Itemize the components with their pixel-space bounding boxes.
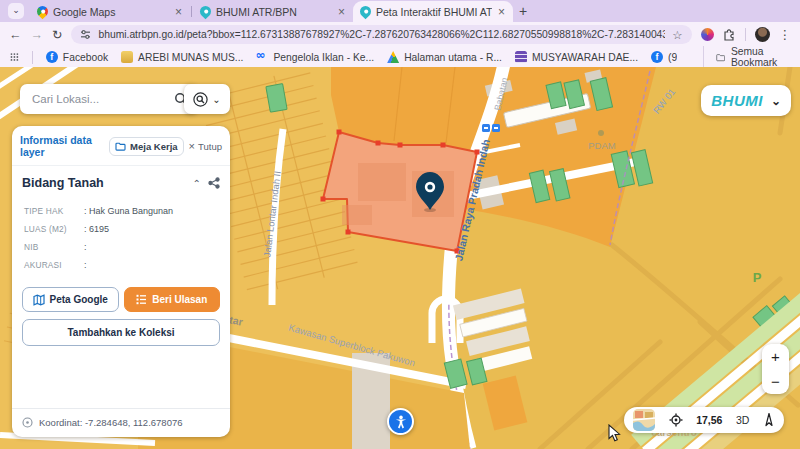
google-maps-pin-favicon — [35, 4, 51, 20]
url-text: bhumi.atrbpn.go.id/peta?bbox=112.6731388… — [98, 29, 665, 40]
tab-search-button[interactable]: ⌄ — [8, 3, 24, 19]
advanced-search-icon — [193, 92, 208, 107]
coordinate-readout: Koordinat: -7.284648, 112.678076 — [12, 408, 230, 437]
facebook-icon — [46, 51, 58, 63]
meta-icon — [256, 51, 268, 63]
arebi-icon — [121, 51, 133, 63]
mode-3d-button[interactable]: 3D — [736, 414, 749, 426]
browser-window: ⌄ Google Maps×BHUMI ATR/BPN×Peta Interak… — [0, 0, 800, 449]
all-bookmarks-button[interactable]: Semua Bookmark — [703, 46, 790, 68]
profile-avatar[interactable] — [755, 27, 770, 42]
bookmark-label: Facebook — [63, 52, 108, 63]
address-bar[interactable]: bhumi.atrbpn.go.id/peta?bbox=112.6731388… — [71, 25, 691, 44]
tab-title: Google Maps — [53, 6, 169, 18]
field-value: : Hak Guna Bangunan — [84, 206, 218, 216]
bookmarks-separator — [32, 51, 33, 64]
coordinate-text: Koordinat: -7.284648, 112.678076 — [39, 417, 183, 428]
field-row: AKURASI: — [24, 260, 218, 270]
beri-ulasan-button[interactable]: Beri Ulasan — [124, 287, 221, 312]
mouse-cursor — [608, 424, 621, 442]
close-label: Tutup — [198, 141, 222, 152]
advanced-search-chevron-icon: ⌄ — [212, 94, 220, 105]
field-label: TIPE HAK — [24, 206, 84, 216]
close-panel-button[interactable]: × Tutup — [189, 140, 222, 152]
reload-button[interactable]: ↻ — [52, 27, 62, 42]
layer-info-panel: Informasi data layer Meja Kerja × Tutup … — [12, 126, 230, 437]
map-bottom-bar: 17,56 3D — [624, 407, 784, 433]
share-icon[interactable] — [208, 177, 220, 189]
field-row: TIPE HAK: Hak Guna Bangunan — [24, 206, 218, 216]
tab-strip: ⌄ Google Maps×BHUMI ATR/BPN×Peta Interak… — [0, 0, 800, 22]
location-search-box[interactable] — [20, 84, 198, 114]
review-list-icon — [136, 294, 147, 305]
close-tab-icon[interactable]: × — [337, 5, 346, 19]
map-page: Jalan Lontar Indah IIJalan Raya Pradah I… — [0, 67, 800, 449]
bookmark-item[interactable]: AREBI MUNAS MUS... — [121, 51, 243, 63]
bookmark-item[interactable]: Facebook — [46, 51, 108, 63]
field-row: NIB: — [24, 242, 218, 252]
bhumi-logo-button[interactable]: BHUMI ⌄ — [701, 85, 791, 116]
bookmark-label: AREBI MUNAS MUS... — [138, 52, 243, 63]
site-info-icon[interactable] — [80, 29, 91, 40]
field-value: : — [84, 242, 218, 252]
back-button[interactable]: ← — [9, 28, 22, 42]
close-tab-icon[interactable]: × — [174, 5, 183, 19]
bhumi-logo: BHUMI — [711, 92, 763, 109]
browser-tab[interactable]: BHUMI ATR/BPN× — [193, 1, 353, 22]
browser-toolbar: ← → ↻ bhumi.atrbpn.go.id/peta?bbox=112.6… — [0, 22, 800, 47]
bookmark-item[interactable]: (9) Bisnis Properti Ja... — [651, 51, 677, 63]
bhumi-pin-favicon — [198, 4, 214, 20]
zoom-level-value[interactable]: 17,56 — [696, 414, 722, 426]
browser-tab[interactable]: Peta Interaktif BHUMI ATR/BPN× — [353, 1, 513, 22]
tab-title: BHUMI ATR/BPN — [216, 6, 332, 18]
close-tab-icon[interactable]: × — [497, 5, 506, 19]
accessibility-person-icon — [394, 415, 408, 429]
zoom-in-button[interactable]: + — [762, 344, 789, 369]
advanced-search-button[interactable]: ⌄ — [184, 84, 230, 114]
tab-separator — [191, 6, 192, 17]
browser-tab[interactable]: Google Maps× — [30, 1, 190, 22]
field-label: AKURASI — [24, 260, 84, 270]
field-value: : 6195 — [84, 224, 218, 234]
field-value: : — [84, 260, 218, 270]
meja-kerja-button[interactable]: Meja Kerja — [109, 137, 184, 156]
extensions-puzzle-icon[interactable] — [723, 28, 736, 41]
bookmark-item[interactable]: MUSYAWARAH DAE... — [515, 51, 638, 63]
bookmark-label: (9) Bisnis Properti Ja... — [668, 52, 677, 63]
browser-menu-button[interactable]: ⋮ — [779, 27, 792, 42]
toolbar-separator — [745, 28, 746, 41]
facebook-icon — [651, 51, 663, 63]
section-title: Bidang Tanah — [22, 176, 186, 190]
tambahkan-ke-koleksi-button[interactable]: Tambahkan ke Koleksi — [22, 319, 220, 346]
google-ads-icon — [387, 51, 399, 63]
bookmark-star-icon[interactable]: ☆ — [672, 28, 682, 42]
panel-title: Informasi data layer — [20, 134, 104, 158]
bookmark-item[interactable]: Halaman utama - R... — [387, 51, 502, 63]
field-row: LUAS (M2): 6195 — [24, 224, 218, 234]
collapse-chevron-icon[interactable]: ⌃ — [193, 178, 201, 189]
bookmark-label: MUSYAWARAH DAE... — [532, 52, 638, 63]
bookmarks-bar: FacebookAREBI MUNAS MUS...Pengelola Ikla… — [0, 47, 800, 68]
field-label: NIB — [24, 242, 84, 252]
forward-button[interactable]: → — [31, 28, 44, 42]
compass-icon[interactable] — [763, 413, 775, 427]
folder-icon — [716, 52, 725, 63]
peta-google-label: Peta Google — [50, 294, 108, 305]
bookmark-label: Halaman utama - R... — [404, 52, 502, 63]
parcel-fields: TIPE HAK: Hak Guna BangunanLUAS (M2): 61… — [12, 194, 230, 278]
all-bookmarks-label: Semua Bookmark — [731, 46, 790, 68]
bookmark-item[interactable]: Pengelola Iklan - Ke... — [256, 51, 374, 63]
tambah-koleksi-label: Tambahkan ke Koleksi — [67, 327, 174, 338]
accessibility-button[interactable] — [387, 408, 414, 435]
extension-icon[interactable] — [701, 28, 714, 41]
bookmark-label: Pengelola Iklan - Ke... — [273, 52, 374, 63]
apps-grid-icon[interactable] — [10, 51, 19, 63]
zoom-out-button[interactable]: − — [762, 369, 789, 394]
locate-me-icon[interactable] — [669, 413, 683, 427]
beri-ulasan-label: Beri Ulasan — [152, 294, 207, 305]
peta-google-button[interactable]: Peta Google — [22, 287, 119, 312]
new-tab-button[interactable]: + — [519, 3, 527, 19]
basemap-switcher-thumbnail[interactable] — [633, 409, 655, 431]
zoom-control: + − — [762, 344, 789, 394]
search-input[interactable] — [30, 92, 168, 106]
